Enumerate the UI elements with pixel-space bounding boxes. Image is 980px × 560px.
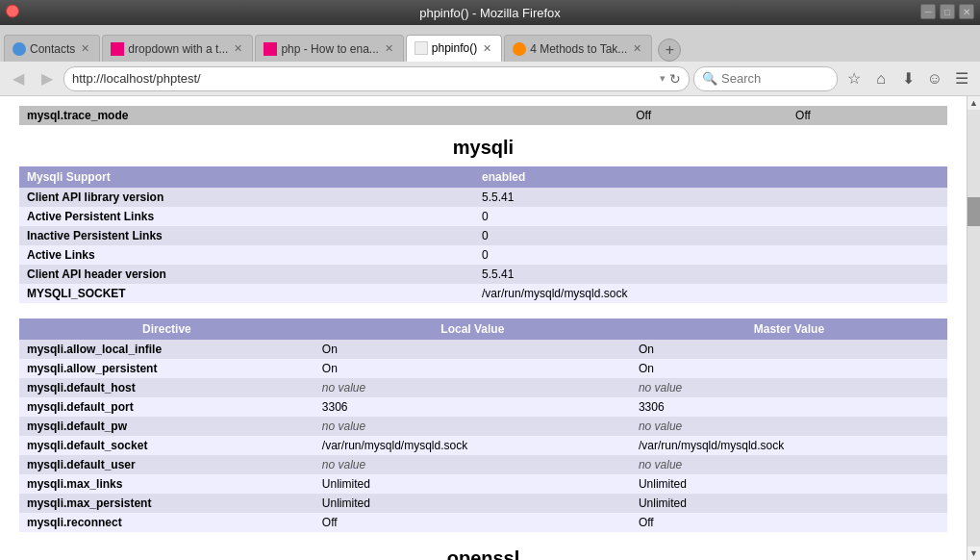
tab-dropdown[interactable]: dropdown with a t... ✕: [102, 35, 253, 62]
tab-close-contacts[interactable]: ✕: [79, 42, 91, 55]
tab-favicon-php-how: [264, 42, 277, 56]
support-val-3: 0: [474, 245, 947, 265]
maximize-button[interactable]: □: [940, 4, 955, 19]
minimize-button[interactable]: ─: [920, 4, 936, 19]
directive-master-7: Unlimited: [631, 474, 947, 494]
directive-master-0: On: [631, 340, 947, 359]
support-key-2: Inactive Persistent Links: [19, 226, 474, 245]
mysqli-directive-table: Directive Local Value Master Value mysql…: [19, 318, 947, 532]
tab-label-dropdown: dropdown with a t...: [128, 42, 228, 56]
directive-key-0: mysqli.allow_local_infile: [19, 340, 314, 359]
directive-key-5: mysqli.default_socket: [19, 436, 314, 455]
tab-phpinfo[interactable]: phpinfo() ✕: [406, 35, 502, 62]
nav-bar: ◀ ▶ http://localhost/phptest/ ▾ ↻ 🔍 ☆ ⌂ …: [0, 62, 980, 96]
tab-methods[interactable]: 4 Methods to Tak... ✕: [504, 35, 652, 62]
refresh-icon[interactable]: ↻: [669, 71, 681, 87]
forward-button[interactable]: ▶: [35, 66, 60, 91]
top-partial-table: mysql.trace_mode Off Off: [19, 106, 947, 125]
support-key-4: Client API header version: [19, 265, 474, 284]
directive-local-8: Unlimited: [314, 494, 631, 513]
directive-local-5: /var/run/mysqld/mysqld.sock: [314, 436, 631, 455]
scroll-thumb[interactable]: [967, 197, 980, 226]
directive-master-3: 3306: [631, 397, 947, 417]
directive-master-2: no value: [631, 378, 947, 397]
directive-key-2: mysqli.default_host: [19, 378, 314, 397]
tab-label-phpinfo: phpinfo(): [432, 41, 477, 55]
nav-icons: ☆ ⌂ ⬇ ☺ ☰: [842, 66, 974, 91]
tab-close-dropdown[interactable]: ✕: [232, 42, 244, 55]
top-row-local: Off: [628, 106, 788, 125]
tab-label-contacts: Contacts: [30, 42, 75, 56]
directive-master-4: no value: [631, 417, 947, 436]
mysqli-section-title: mysqli: [19, 137, 947, 159]
close-button[interactable]: [6, 5, 19, 18]
support-header-value: enabled: [474, 166, 947, 188]
directive-local-0: On: [314, 340, 631, 359]
url-text: http://localhost/phptest/: [72, 71, 656, 86]
mysqli-support-table: Mysqli Support enabled Client API librar…: [19, 166, 947, 303]
menu-icon[interactable]: ☰: [949, 66, 974, 91]
support-key-5: MYSQLI_SOCKET: [19, 284, 474, 303]
tab-favicon-phpinfo: [415, 41, 428, 55]
directive-master-8: Unlimited: [631, 494, 947, 513]
directive-master-6: no value: [631, 455, 947, 474]
new-tab-button[interactable]: +: [658, 38, 681, 62]
top-row-master: Off: [788, 106, 947, 125]
support-key-0: Client API library version: [19, 188, 474, 207]
support-val-1: 0: [474, 207, 947, 226]
directive-local-9: Off: [314, 513, 631, 532]
browser-content: mysql.trace_mode Off Off mysqli Mysqli S…: [0, 96, 980, 560]
tab-favicon-contacts: [13, 42, 26, 56]
directive-key-3: mysqli.default_port: [19, 397, 314, 417]
tab-close-methods[interactable]: ✕: [631, 42, 643, 55]
directive-key-7: mysqli.max_links: [19, 474, 314, 494]
support-val-0: 5.5.41: [474, 188, 947, 207]
openssl-section-title: openssl: [19, 547, 947, 560]
scroll-up-arrow[interactable]: ▲: [967, 96, 981, 110]
directive-master-1: On: [631, 359, 947, 378]
url-dropdown-icon[interactable]: ▾: [660, 72, 666, 85]
bookmarks-icon[interactable]: ☆: [842, 66, 867, 91]
close-window-button[interactable]: ✕: [959, 4, 974, 19]
scroll-down-arrow[interactable]: ▼: [967, 547, 981, 560]
directive-key-9: mysqli.reconnect: [19, 513, 314, 532]
directive-header-master: Master Value: [631, 318, 947, 340]
home-icon[interactable]: ⌂: [868, 66, 893, 91]
window-titlebar: phpinfo() - Mozilla Firefox ─ □ ✕: [0, 0, 980, 25]
support-key-1: Active Persistent Links: [19, 207, 474, 226]
tab-label-methods: 4 Methods to Tak...: [530, 42, 627, 56]
window-controls: ─ □ ✕: [920, 4, 974, 19]
tab-close-phpinfo[interactable]: ✕: [481, 42, 493, 55]
tab-favicon-methods: [513, 42, 526, 56]
support-key-3: Active Links: [19, 245, 474, 265]
url-bar[interactable]: http://localhost/phptest/ ▾ ↻: [63, 66, 690, 91]
directive-local-7: Unlimited: [314, 474, 631, 494]
support-val-5: /var/run/mysqld/mysqld.sock: [474, 284, 947, 303]
search-icon: 🔍: [702, 71, 717, 86]
vertical-scrollbar[interactable]: ▲ ▼: [967, 96, 980, 560]
directive-local-6: no value: [314, 455, 631, 474]
directive-key-4: mysqli.default_pw: [19, 417, 314, 436]
support-val-2: 0: [474, 226, 947, 245]
search-bar[interactable]: 🔍: [693, 66, 838, 91]
tab-label-php-how: php - How to ena...: [281, 42, 378, 56]
window-traffic-lights: [6, 5, 19, 21]
tab-bar: Contacts ✕ dropdown with a t... ✕ php - …: [0, 25, 980, 62]
directive-local-4: no value: [314, 417, 631, 436]
scroll-track[interactable]: [967, 110, 980, 547]
directive-master-5: /var/run/mysqld/mysqld.sock: [631, 436, 947, 455]
tab-php-how[interactable]: php - How to ena... ✕: [255, 35, 403, 62]
user-icon[interactable]: ☺: [922, 66, 947, 91]
tab-contacts[interactable]: Contacts ✕: [4, 35, 100, 62]
support-val-4: 5.5.41: [474, 265, 947, 284]
window-title: phpinfo() - Mozilla Firefox: [419, 6, 561, 20]
top-row-directive: mysql.trace_mode: [19, 106, 628, 125]
directive-key-6: mysqli.default_user: [19, 455, 314, 474]
support-header-name: Mysqli Support: [19, 166, 474, 188]
directive-header-directive: Directive: [19, 318, 314, 340]
download-icon[interactable]: ⬇: [895, 66, 920, 91]
tab-close-php-how[interactable]: ✕: [383, 42, 395, 55]
tab-favicon-dropdown: [111, 42, 124, 56]
directive-local-1: On: [314, 359, 631, 378]
back-button[interactable]: ◀: [6, 66, 31, 91]
